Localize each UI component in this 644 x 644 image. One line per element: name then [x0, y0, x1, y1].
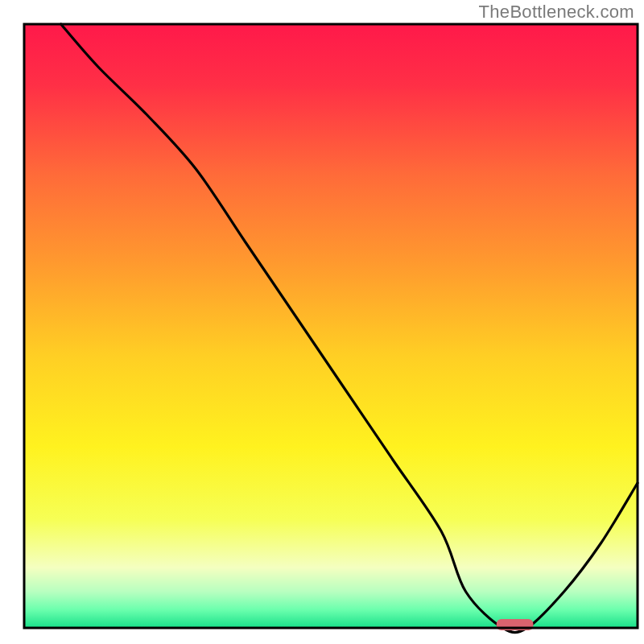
bottleneck-chart	[0, 0, 644, 644]
watermark-text: TheBottleneck.com	[479, 2, 634, 23]
plot-area	[24, 24, 638, 628]
chart-container: TheBottleneck.com	[0, 0, 644, 644]
